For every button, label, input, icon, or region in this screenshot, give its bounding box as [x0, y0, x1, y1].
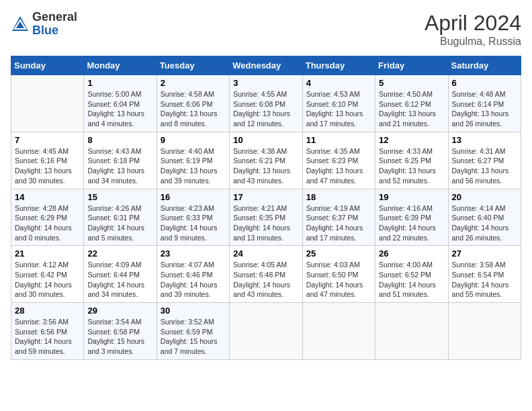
calendar-cell: 2Sunrise: 4:58 AM Sunset: 6:06 PM Daylig…: [157, 75, 229, 132]
day-number: 28: [15, 306, 80, 316]
day-number: 7: [15, 135, 80, 145]
logo-text: General Blue: [32, 11, 77, 38]
day-number: 30: [161, 306, 226, 316]
calendar-cell: 5Sunrise: 4:50 AM Sunset: 6:12 PM Daylig…: [375, 75, 448, 132]
day-info: Sunrise: 5:00 AM Sunset: 6:04 PM Dayligh…: [87, 89, 152, 129]
day-info: Sunrise: 4:35 AM Sunset: 6:23 PM Dayligh…: [306, 146, 371, 186]
calendar-cell: 19Sunrise: 4:16 AM Sunset: 6:39 PM Dayli…: [375, 189, 448, 246]
day-info: Sunrise: 4:21 AM Sunset: 6:35 PM Dayligh…: [233, 203, 298, 243]
day-info: Sunrise: 4:12 AM Sunset: 6:42 PM Dayligh…: [15, 260, 80, 300]
calendar-cell: 11Sunrise: 4:35 AM Sunset: 6:23 PM Dayli…: [302, 132, 375, 189]
calendar-cell: 13Sunrise: 4:31 AM Sunset: 6:27 PM Dayli…: [448, 132, 521, 189]
calendar-cell: [375, 303, 448, 360]
day-number: 18: [306, 192, 371, 202]
day-info: Sunrise: 4:40 AM Sunset: 6:19 PM Dayligh…: [161, 146, 226, 186]
calendar-cell: 4Sunrise: 4:53 AM Sunset: 6:10 PM Daylig…: [302, 75, 375, 132]
day-info: Sunrise: 4:58 AM Sunset: 6:06 PM Dayligh…: [161, 89, 226, 129]
weekday-header-thursday: Thursday: [302, 56, 375, 75]
day-info: Sunrise: 4:00 AM Sunset: 6:52 PM Dayligh…: [379, 260, 444, 300]
calendar-week-3: 14Sunrise: 4:28 AM Sunset: 6:29 PM Dayli…: [11, 189, 521, 246]
weekday-header-row: SundayMondayTuesdayWednesdayThursdayFrid…: [11, 56, 521, 75]
day-number: 14: [15, 192, 80, 202]
day-info: Sunrise: 4:28 AM Sunset: 6:29 PM Dayligh…: [15, 203, 80, 243]
day-number: 29: [87, 306, 152, 316]
day-info: Sunrise: 4:43 AM Sunset: 6:18 PM Dayligh…: [87, 146, 152, 186]
calendar-cell: 7Sunrise: 4:45 AM Sunset: 6:16 PM Daylig…: [11, 132, 84, 189]
day-number: 20: [452, 192, 517, 202]
day-number: 15: [87, 192, 152, 202]
day-info: Sunrise: 4:55 AM Sunset: 6:08 PM Dayligh…: [233, 89, 298, 129]
calendar-week-5: 28Sunrise: 3:56 AM Sunset: 6:56 PM Dayli…: [11, 303, 521, 360]
day-number: 4: [306, 78, 371, 88]
day-number: 26: [379, 248, 444, 259]
calendar-week-4: 21Sunrise: 4:12 AM Sunset: 6:42 PM Dayli…: [11, 246, 521, 303]
day-number: 13: [452, 135, 517, 145]
day-info: Sunrise: 4:45 AM Sunset: 6:16 PM Dayligh…: [15, 146, 80, 186]
day-number: 6: [452, 78, 517, 88]
day-info: Sunrise: 4:19 AM Sunset: 6:37 PM Dayligh…: [306, 203, 371, 243]
day-info: Sunrise: 4:05 AM Sunset: 6:48 PM Dayligh…: [233, 260, 298, 300]
day-info: Sunrise: 4:14 AM Sunset: 6:40 PM Dayligh…: [452, 203, 517, 243]
calendar-cell: 8Sunrise: 4:43 AM Sunset: 6:18 PM Daylig…: [84, 132, 157, 189]
calendar-cell: 18Sunrise: 4:19 AM Sunset: 6:37 PM Dayli…: [302, 189, 375, 246]
calendar-cell: 23Sunrise: 4:07 AM Sunset: 6:46 PM Dayli…: [157, 246, 229, 303]
day-info: Sunrise: 4:31 AM Sunset: 6:27 PM Dayligh…: [452, 146, 517, 186]
calendar-cell: 27Sunrise: 3:58 AM Sunset: 6:54 PM Dayli…: [448, 246, 521, 303]
day-info: Sunrise: 4:53 AM Sunset: 6:10 PM Dayligh…: [306, 89, 371, 129]
calendar-week-1: 1Sunrise: 5:00 AM Sunset: 6:04 PM Daylig…: [11, 75, 521, 132]
calendar-cell: [230, 303, 302, 360]
day-info: Sunrise: 4:09 AM Sunset: 6:44 PM Dayligh…: [87, 260, 152, 300]
day-number: 10: [233, 135, 298, 145]
weekday-header-tuesday: Tuesday: [157, 56, 229, 75]
month-title: April 2024: [425, 11, 521, 36]
day-info: Sunrise: 4:38 AM Sunset: 6:21 PM Dayligh…: [233, 146, 298, 186]
calendar-cell: 12Sunrise: 4:33 AM Sunset: 6:25 PM Dayli…: [375, 132, 448, 189]
day-info: Sunrise: 3:54 AM Sunset: 6:58 PM Dayligh…: [87, 317, 152, 357]
location-title: Bugulma, Russia: [425, 36, 521, 48]
calendar-cell: 20Sunrise: 4:14 AM Sunset: 6:40 PM Dayli…: [448, 189, 521, 246]
calendar-cell: 10Sunrise: 4:38 AM Sunset: 6:21 PM Dayli…: [230, 132, 302, 189]
calendar-cell: 6Sunrise: 4:48 AM Sunset: 6:14 PM Daylig…: [448, 75, 521, 132]
day-number: 5: [379, 78, 444, 88]
day-number: 1: [87, 78, 152, 88]
calendar-cell: 3Sunrise: 4:55 AM Sunset: 6:08 PM Daylig…: [230, 75, 302, 132]
calendar-cell: 15Sunrise: 4:26 AM Sunset: 6:31 PM Dayli…: [84, 189, 157, 246]
calendar-cell: 1Sunrise: 5:00 AM Sunset: 6:04 PM Daylig…: [84, 75, 157, 132]
weekday-header-wednesday: Wednesday: [230, 56, 302, 75]
day-info: Sunrise: 4:48 AM Sunset: 6:14 PM Dayligh…: [452, 89, 517, 129]
day-info: Sunrise: 3:52 AM Sunset: 6:59 PM Dayligh…: [161, 317, 226, 357]
day-number: 23: [161, 248, 226, 259]
day-number: 8: [87, 135, 152, 145]
weekday-header-friday: Friday: [375, 56, 448, 75]
day-number: 19: [379, 192, 444, 202]
day-number: 24: [233, 248, 298, 259]
calendar-table: SundayMondayTuesdayWednesdayThursdayFrid…: [11, 56, 521, 360]
logo-icon: [11, 15, 30, 34]
calendar-cell: 28Sunrise: 3:56 AM Sunset: 6:56 PM Dayli…: [11, 303, 84, 360]
day-info: Sunrise: 3:58 AM Sunset: 6:54 PM Dayligh…: [452, 260, 517, 300]
day-number: 3: [233, 78, 298, 88]
day-info: Sunrise: 4:07 AM Sunset: 6:46 PM Dayligh…: [161, 260, 226, 300]
logo: General Blue: [11, 11, 77, 38]
day-info: Sunrise: 4:33 AM Sunset: 6:25 PM Dayligh…: [379, 146, 444, 186]
weekday-header-monday: Monday: [84, 56, 157, 75]
calendar-week-2: 7Sunrise: 4:45 AM Sunset: 6:16 PM Daylig…: [11, 132, 521, 189]
calendar-cell: 9Sunrise: 4:40 AM Sunset: 6:19 PM Daylig…: [157, 132, 229, 189]
calendar-cell: 30Sunrise: 3:52 AM Sunset: 6:59 PM Dayli…: [157, 303, 229, 360]
calendar-cell: 25Sunrise: 4:03 AM Sunset: 6:50 PM Dayli…: [302, 246, 375, 303]
calendar-cell: 29Sunrise: 3:54 AM Sunset: 6:58 PM Dayli…: [84, 303, 157, 360]
day-info: Sunrise: 4:03 AM Sunset: 6:50 PM Dayligh…: [306, 260, 371, 300]
day-info: Sunrise: 3:56 AM Sunset: 6:56 PM Dayligh…: [15, 317, 80, 357]
calendar-cell: 26Sunrise: 4:00 AM Sunset: 6:52 PM Dayli…: [375, 246, 448, 303]
calendar-cell: [11, 75, 84, 132]
calendar-cell: [448, 303, 521, 360]
day-info: Sunrise: 4:23 AM Sunset: 6:33 PM Dayligh…: [161, 203, 226, 243]
calendar-cell: 14Sunrise: 4:28 AM Sunset: 6:29 PM Dayli…: [11, 189, 84, 246]
day-number: 17: [233, 192, 298, 202]
day-info: Sunrise: 4:16 AM Sunset: 6:39 PM Dayligh…: [379, 203, 444, 243]
title-block: April 2024 Bugulma, Russia: [425, 11, 521, 48]
day-number: 12: [379, 135, 444, 145]
calendar-cell: 22Sunrise: 4:09 AM Sunset: 6:44 PM Dayli…: [84, 246, 157, 303]
day-number: 9: [161, 135, 226, 145]
day-number: 25: [306, 248, 371, 259]
